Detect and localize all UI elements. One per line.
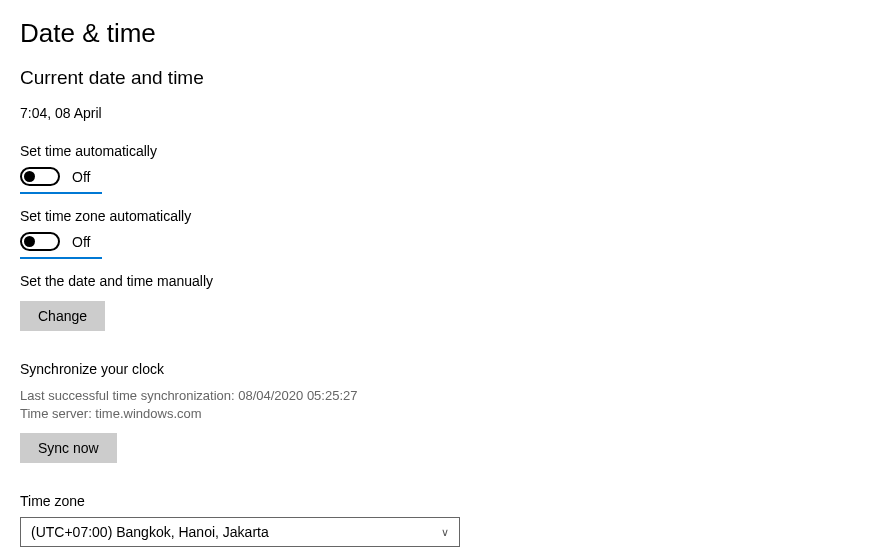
- set-zone-auto-toggle[interactable]: [20, 232, 60, 251]
- current-datetime-heading: Current date and time: [20, 67, 860, 89]
- timezone-label: Time zone: [20, 493, 860, 509]
- manual-datetime-group: Set the date and time manually Change: [20, 273, 860, 331]
- page-title: Date & time: [20, 18, 860, 49]
- current-datetime-value: 7:04, 08 April: [20, 105, 860, 121]
- set-time-auto-state: Off: [72, 169, 90, 185]
- timezone-selected-value: (UTC+07:00) Bangkok, Hanoi, Jakarta: [31, 524, 269, 540]
- sync-now-button[interactable]: Sync now: [20, 433, 117, 463]
- manual-datetime-label: Set the date and time manually: [20, 273, 860, 289]
- set-zone-auto-label: Set time zone automatically: [20, 208, 860, 224]
- focus-underline: [20, 192, 102, 194]
- focus-underline: [20, 257, 102, 259]
- timezone-dropdown[interactable]: (UTC+07:00) Bangkok, Hanoi, Jakarta ∨: [20, 517, 460, 547]
- set-time-auto-group: Set time automatically Off: [20, 143, 860, 194]
- set-zone-auto-state: Off: [72, 234, 90, 250]
- chevron-down-icon: ∨: [441, 526, 449, 539]
- sync-heading: Synchronize your clock: [20, 361, 860, 377]
- sync-server: Time server: time.windows.com: [20, 405, 860, 423]
- toggle-knob: [24, 171, 35, 182]
- timezone-section: Time zone (UTC+07:00) Bangkok, Hanoi, Ja…: [20, 493, 860, 547]
- sync-last-success: Last successful time synchronization: 08…: [20, 387, 860, 405]
- change-button[interactable]: Change: [20, 301, 105, 331]
- sync-section: Synchronize your clock Last successful t…: [20, 361, 860, 463]
- set-time-auto-label: Set time automatically: [20, 143, 860, 159]
- set-zone-auto-group: Set time zone automatically Off: [20, 208, 860, 259]
- set-time-auto-toggle[interactable]: [20, 167, 60, 186]
- toggle-knob: [24, 236, 35, 247]
